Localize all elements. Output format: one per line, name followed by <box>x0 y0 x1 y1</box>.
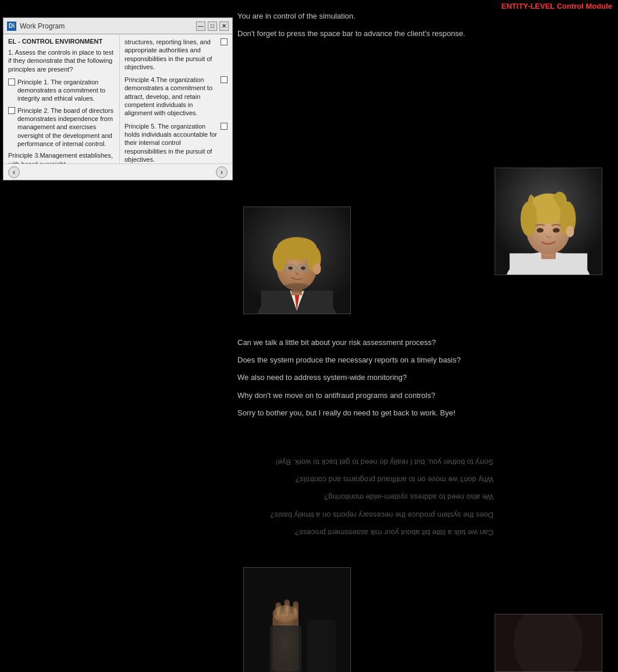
principle-3-item: Principle 3.Management establishes, with… <box>8 151 115 163</box>
dialogue-options-normal: Can we talk a little bit about your risk… <box>237 337 493 425</box>
work-program-left-panel: EL - CONTROL ENVIRONMENT 1. Assess the c… <box>3 34 120 163</box>
svg-point-30 <box>553 228 560 233</box>
svg-rect-38 <box>270 625 301 672</box>
male-avatar-bottom <box>243 567 351 672</box>
male-avatar-bottom-image <box>243 567 351 672</box>
principle-2-checkbox[interactable] <box>8 107 15 114</box>
window-controls: — □ ✕ <box>196 22 229 31</box>
next-button[interactable]: › <box>216 166 228 178</box>
svg-point-17 <box>282 283 311 293</box>
female-avatar-bottom <box>495 614 602 672</box>
dialogue-inverted-2: Why don't we move on to antifraud progra… <box>237 474 493 485</box>
female-avatar-bottom-image <box>495 614 602 672</box>
svg-point-29 <box>537 228 544 233</box>
male-avatar-image <box>243 207 351 314</box>
svg-point-15 <box>288 266 293 270</box>
dialogue-option-4[interactable]: Why don't we move on to antifraud progra… <box>237 390 493 401</box>
right-item-1-checkbox[interactable] <box>221 38 228 45</box>
svg-rect-36 <box>284 599 290 618</box>
principle-2-text: Principle 2. The board of directors demo… <box>17 106 115 148</box>
work-program-right-panel: structures, reporting lines, and appropr… <box>120 34 232 163</box>
svg-point-42 <box>514 614 583 672</box>
maximize-button[interactable]: □ <box>208 22 217 31</box>
dialogue-inverted-5: Can we talk a little bit about your risk… <box>237 527 493 538</box>
male-avatar <box>243 207 351 314</box>
simulation-text-1: You are in control of the simulation. <box>237 12 356 20</box>
principle-1-text: Principle 1. The organization demonstrat… <box>17 78 115 103</box>
principle-2-item: Principle 2. The board of directors demo… <box>8 106 115 148</box>
dialogue-options-inverted-container: Sorry to bother you, but I really do nee… <box>237 457 493 545</box>
work-program-content: EL - CONTROL ENVIRONMENT 1. Assess the c… <box>3 34 232 163</box>
svg-rect-35 <box>275 602 281 620</box>
work-program-icon: Di <box>7 22 16 31</box>
section-description: 1. Assess the controls in place to test … <box>8 48 115 73</box>
svg-point-11 <box>313 263 321 275</box>
work-program-title: Work Program <box>20 22 196 30</box>
dialogue-option-1[interactable]: Can we talk a little bit about your risk… <box>237 337 493 348</box>
dialogue-inverted-3: We also need to address system-wide moni… <box>237 492 493 502</box>
principle-3-text: Principle 3.Management establishes, with… <box>8 151 115 163</box>
svg-point-16 <box>301 266 306 270</box>
svg-rect-37 <box>293 601 299 618</box>
minimize-button[interactable]: — <box>196 22 205 31</box>
dialogue-inverted-4: Does the system produce the necessary re… <box>237 510 493 520</box>
right-item-3: Principle 5. The organization holds indi… <box>125 122 228 163</box>
entity-level-label: ENTITY-LEVEL Control Module <box>502 2 612 10</box>
right-item-2-checkbox[interactable] <box>221 76 228 83</box>
section-title: EL - CONTROL ENVIRONMENT <box>8 38 115 45</box>
right-item-3-text: Principle 5. The organization holds indi… <box>125 122 218 163</box>
work-program-footer: ‹ › <box>3 163 232 180</box>
right-item-1-text: structures, reporting lines, and appropr… <box>125 38 218 71</box>
svg-rect-39 <box>307 620 336 672</box>
dialogue-inverted-1: Sorry to bother you, but I really do nee… <box>237 457 493 467</box>
right-item-3-checkbox[interactable] <box>221 123 228 130</box>
close-button[interactable]: ✕ <box>219 22 229 31</box>
right-item-1: structures, reporting lines, and appropr… <box>125 38 228 71</box>
svg-point-9 <box>272 246 286 272</box>
principle-1-checkbox[interactable] <box>8 79 15 86</box>
right-item-2: Principle 4.The organization demonstrate… <box>125 76 228 117</box>
right-item-2-text: Principle 4.The organization demonstrate… <box>125 76 218 117</box>
principle-1-item: Principle 1. The organization demonstrat… <box>8 78 115 103</box>
female-avatar-image <box>495 168 602 275</box>
header: ENTITY-LEVEL Control Module <box>0 0 618 12</box>
svg-point-28 <box>566 226 574 237</box>
female-avatar <box>495 168 602 275</box>
dialogue-option-2[interactable]: Does the system produce the necessary re… <box>237 355 493 365</box>
dialogue-option-5[interactable]: Sorry to bother you, but I really do nee… <box>237 408 493 418</box>
prev-button[interactable]: ‹ <box>8 166 20 178</box>
work-program-titlebar: Di Work Program — □ ✕ <box>3 18 232 34</box>
work-program-window: Di Work Program — □ ✕ EL - CONTROL ENVIR… <box>3 17 233 180</box>
dialogue-option-3[interactable]: We also need to address system-wide moni… <box>237 372 493 383</box>
simulation-text-2: Don't forget to press the space bar to a… <box>237 29 466 38</box>
